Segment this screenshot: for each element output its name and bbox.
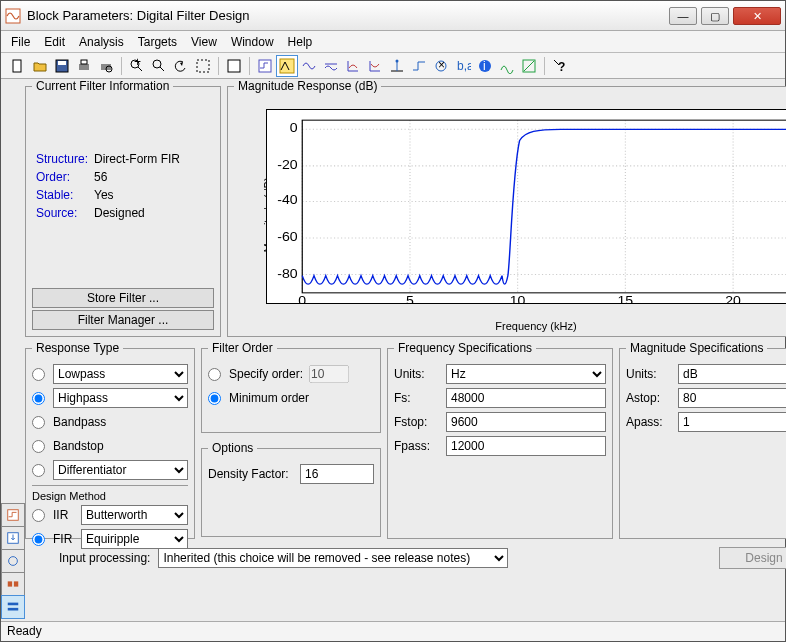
options-legend: Options <box>208 441 257 455</box>
stable-label: Stable: <box>34 187 90 203</box>
mag-units-label: Units: <box>626 367 672 381</box>
impulse-icon[interactable] <box>386 55 408 77</box>
save-icon[interactable] <box>51 55 73 77</box>
filter-spec-icon[interactable] <box>254 55 276 77</box>
magnitude-plot: 0 -20 -40 -60 -80 0 5 10 15 <box>266 109 786 304</box>
svg-rect-30 <box>8 581 12 586</box>
svg-rect-33 <box>8 608 19 611</box>
svg-text:10: 10 <box>510 294 526 303</box>
maximize-button[interactable]: ▢ <box>701 7 729 25</box>
menu-view[interactable]: View <box>191 35 217 49</box>
fstop-label: Fstop: <box>394 415 440 429</box>
highpass-radio[interactable] <box>32 392 45 405</box>
phase-delay-icon[interactable] <box>364 55 386 77</box>
svg-text:0: 0 <box>290 121 298 135</box>
undo-icon[interactable] <box>170 55 192 77</box>
svg-text:+: + <box>134 58 141 69</box>
bandpass-radio[interactable] <box>32 416 45 429</box>
zoom-in-icon[interactable]: + <box>126 55 148 77</box>
menu-edit[interactable]: Edit <box>44 35 65 49</box>
info-icon[interactable]: i <box>474 55 496 77</box>
magnitude-est-icon[interactable] <box>496 55 518 77</box>
step-icon[interactable] <box>408 55 430 77</box>
specify-order-radio[interactable] <box>208 368 221 381</box>
iir-select[interactable]: Butterworth <box>81 505 188 525</box>
svg-text:20: 20 <box>725 294 741 303</box>
input-processing-select[interactable]: Inherited (this choice will be removed -… <box>158 548 508 568</box>
options-panel: Options Density Factor: <box>201 441 381 537</box>
roundoff-icon[interactable] <box>518 55 540 77</box>
freq-spec-panel: Frequency Specifications Units:Hz Fs: Fs… <box>387 341 613 539</box>
svg-rect-44 <box>302 120 786 293</box>
design-method-legend: Design Method <box>32 485 188 502</box>
svg-rect-14 <box>228 60 240 72</box>
open-icon[interactable] <box>29 55 51 77</box>
titlebar: Block Parameters: Digital Filter Design … <box>1 1 785 31</box>
svg-rect-31 <box>14 581 18 586</box>
menu-targets[interactable]: Targets <box>138 35 177 49</box>
context-help-icon[interactable]: ? <box>549 55 571 77</box>
design-filter-button[interactable]: Design Filter <box>719 547 786 569</box>
minimum-order-radio[interactable] <box>208 392 221 405</box>
highpass-select[interactable]: Highpass <box>53 388 188 408</box>
group-delay-icon[interactable] <box>342 55 364 77</box>
source-label: Source: <box>34 205 90 221</box>
fir-radio[interactable] <box>32 533 45 546</box>
print-preview-icon[interactable] <box>95 55 117 77</box>
astop-input[interactable] <box>678 388 786 408</box>
side-manage-icon[interactable] <box>1 595 25 619</box>
fir-select[interactable]: Equiripple <box>81 529 188 549</box>
svg-text:15: 15 <box>618 294 634 303</box>
menu-help[interactable]: Help <box>288 35 313 49</box>
iir-label: IIR <box>53 508 77 522</box>
fstop-input[interactable] <box>446 412 606 432</box>
lowpass-radio[interactable] <box>32 368 45 381</box>
bandstop-radio[interactable] <box>32 440 45 453</box>
magresp-legend: Magnitude Response (dB) <box>234 79 381 93</box>
iir-radio[interactable] <box>32 509 45 522</box>
svg-text:-60: -60 <box>277 230 297 244</box>
structure-label: Structure: <box>34 151 90 167</box>
magphase-icon[interactable] <box>320 55 342 77</box>
menu-analysis[interactable]: Analysis <box>79 35 124 49</box>
full-view-icon[interactable] <box>223 55 245 77</box>
svg-rect-32 <box>8 603 19 606</box>
order-label: Order: <box>34 169 90 185</box>
zoom-out-icon[interactable] <box>148 55 170 77</box>
magnitude-icon[interactable] <box>276 55 298 77</box>
fs-input[interactable] <box>446 388 606 408</box>
coefficients-icon[interactable]: b,a <box>452 55 474 77</box>
close-button[interactable]: ✕ <box>733 7 781 25</box>
minimize-button[interactable]: — <box>669 7 697 25</box>
diff-select[interactable]: Differentiator <box>53 460 188 480</box>
svg-rect-5 <box>81 60 87 64</box>
side-import-icon[interactable] <box>1 526 25 550</box>
lowpass-select[interactable]: Lowpass <box>53 364 188 384</box>
status-text: Ready <box>7 624 42 638</box>
new-icon[interactable] <box>7 55 29 77</box>
side-realize-icon[interactable] <box>1 572 25 596</box>
menu-window[interactable]: Window <box>231 35 274 49</box>
side-design-icon[interactable] <box>1 503 25 527</box>
filter-order-panel: Filter Order Specify order: Minimum orde… <box>201 341 381 433</box>
apass-input[interactable] <box>678 412 786 432</box>
side-polezero-icon[interactable] <box>1 549 25 573</box>
mag-units-select[interactable]: dB <box>678 364 786 384</box>
freq-units-label: Units: <box>394 367 440 381</box>
pole-zero-icon[interactable]: × <box>430 55 452 77</box>
svg-text:5: 5 <box>406 294 414 303</box>
fpass-input[interactable] <box>446 436 606 456</box>
diff-radio[interactable] <box>32 464 45 477</box>
bandpass-label: Bandpass <box>53 415 106 429</box>
store-filter-button[interactable]: Store Filter ... <box>32 288 214 308</box>
print-icon[interactable] <box>73 55 95 77</box>
density-factor-input[interactable] <box>300 464 374 484</box>
astop-label: Astop: <box>626 391 672 405</box>
freq-units-select[interactable]: Hz <box>446 364 606 384</box>
phase-icon[interactable] <box>298 55 320 77</box>
app-icon <box>5 8 21 24</box>
filter-manager-button[interactable]: Filter Manager ... <box>32 310 214 330</box>
redo-icon[interactable] <box>192 55 214 77</box>
menu-file[interactable]: File <box>11 35 30 49</box>
svg-rect-1 <box>13 60 21 72</box>
